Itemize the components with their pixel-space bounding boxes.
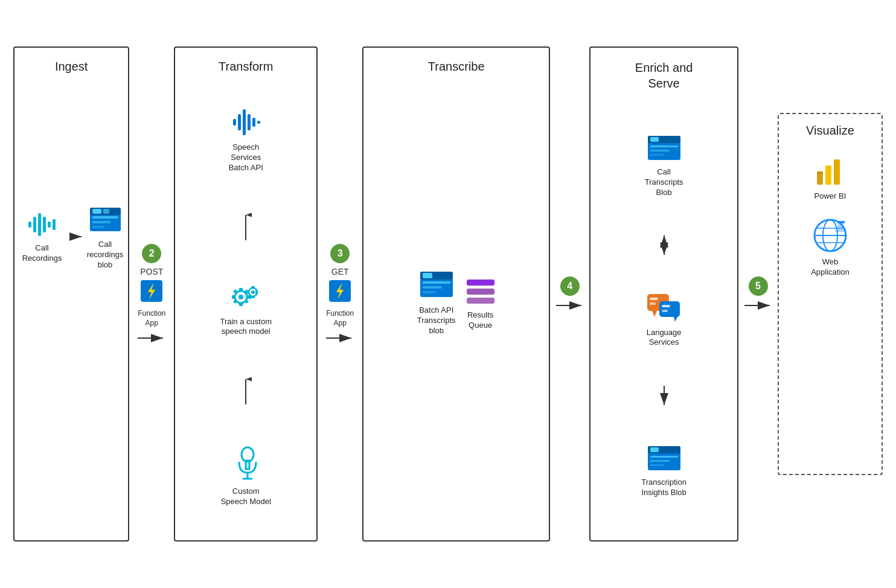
svg-rect-58 xyxy=(467,298,494,304)
ingest-section: Ingest Call Recordings xyxy=(13,46,129,542)
transform-section: Transform Speech Services Batch API xyxy=(174,46,318,542)
speech-services-label: Speech Services Batch API xyxy=(229,142,263,173)
call-recordings-blob-label: Call recordings blob xyxy=(87,240,124,270)
visualize-title: Visualize xyxy=(806,124,854,138)
get-label: GET xyxy=(331,267,349,276)
svg-rect-29 xyxy=(239,302,243,306)
call-recordings-blob-item: Call recordings blob xyxy=(87,203,124,270)
power-bi-icon xyxy=(813,155,846,188)
svg-rect-4 xyxy=(38,213,41,236)
svg-rect-22 xyxy=(248,114,251,130)
svg-rect-70 xyxy=(650,298,658,300)
transcription-insights-item: Transcription Insights Blob xyxy=(641,443,686,498)
architecture-diagram: Ingest Call Recordings xyxy=(13,16,883,572)
post-label: POST xyxy=(140,267,163,276)
arrow-down-2 xyxy=(658,385,670,406)
power-bi-item: Power BI xyxy=(813,155,846,202)
svg-rect-2 xyxy=(28,222,31,228)
svg-rect-84 xyxy=(817,173,823,185)
enrich-section: Enrich and Serve Call Transcripts Blob xyxy=(589,46,738,542)
train-speech-item: Train a custom speech model xyxy=(220,280,272,337)
ingest-title: Ingest xyxy=(55,60,88,74)
svg-rect-20 xyxy=(238,114,241,130)
svg-rect-30 xyxy=(232,295,235,299)
batch-api-blob-item: Batch API Transcripts blob xyxy=(417,267,456,336)
svg-rect-80 xyxy=(650,460,670,462)
svg-rect-86 xyxy=(834,159,840,185)
custom-speech-label: Custom Speech Model xyxy=(221,487,271,507)
call-transcripts-blob-item: Call Transcripts Blob xyxy=(645,132,683,198)
call-transcripts-blob-icon xyxy=(647,132,682,164)
svg-rect-5 xyxy=(43,217,46,232)
svg-rect-72 xyxy=(659,301,680,317)
results-queue-label: Results Queue xyxy=(467,310,493,331)
svg-rect-79 xyxy=(650,456,678,458)
transform-title: Transform xyxy=(219,60,273,74)
arrow-down-1 xyxy=(658,234,670,256)
svg-rect-19 xyxy=(233,119,236,126)
microphone-icon xyxy=(229,444,263,483)
train-speech-label: Train a custom speech model xyxy=(220,317,272,337)
step-3-circle: 3 xyxy=(330,244,350,263)
speech-services-icon xyxy=(229,106,263,139)
svg-rect-28 xyxy=(239,288,243,292)
transcribe-title: Transcribe xyxy=(428,60,485,74)
language-services-item: Language Services xyxy=(646,293,682,348)
svg-point-43 xyxy=(242,447,254,462)
transform-inner: Speech Services Batch API xyxy=(175,78,316,540)
transcription-insights-label: Transcription Insights Blob xyxy=(641,478,686,498)
svg-rect-24 xyxy=(257,121,260,124)
svg-rect-3 xyxy=(33,217,36,232)
web-application-label: Web Application xyxy=(811,257,850,278)
function-app-connector-2-icon xyxy=(329,280,351,302)
svg-rect-63 xyxy=(650,150,670,152)
svg-marker-69 xyxy=(652,311,657,317)
enrich-title: Enrich and Serve xyxy=(635,60,693,91)
function-app-connector-label: Function App xyxy=(132,309,171,328)
svg-rect-57 xyxy=(467,289,494,295)
svg-rect-54 xyxy=(423,291,436,293)
svg-rect-40 xyxy=(247,290,249,294)
power-bi-label: Power BI xyxy=(814,191,846,202)
results-queue-item: Results Queue xyxy=(466,276,496,331)
enrich-inner: Call Transcripts Blob xyxy=(590,96,737,540)
web-application-item: Web Application xyxy=(811,217,850,278)
transcription-insights-icon xyxy=(647,443,682,474)
transcribe-section: Transcribe Batch API Transcripts blob xyxy=(362,46,550,542)
svg-marker-73 xyxy=(674,317,677,322)
connector-1-2: 2 POST Function App xyxy=(129,244,174,344)
svg-rect-82 xyxy=(650,447,659,452)
svg-rect-7 xyxy=(53,219,56,230)
svg-rect-52 xyxy=(423,281,450,284)
connector-arrow-4-5 xyxy=(743,299,773,312)
svg-rect-11 xyxy=(92,216,118,219)
svg-rect-62 xyxy=(650,145,678,147)
function-app-connector-icon xyxy=(141,280,162,302)
step-4-circle: 4 xyxy=(560,276,580,296)
connector-arrow-3-4 xyxy=(555,299,585,312)
svg-rect-39 xyxy=(251,296,255,298)
call-transcripts-blob-label: Call Transcripts Blob xyxy=(645,167,683,198)
step-2-circle: 2 xyxy=(142,244,161,263)
svg-rect-53 xyxy=(423,286,442,289)
svg-rect-14 xyxy=(92,209,101,214)
svg-rect-71 xyxy=(650,302,656,305)
function-app-connector-2-label: Function App xyxy=(326,309,354,328)
gears-icon xyxy=(228,280,264,313)
svg-rect-13 xyxy=(92,226,104,228)
svg-rect-64 xyxy=(650,154,664,156)
connector-3-4: 4 xyxy=(550,276,589,312)
svg-rect-56 xyxy=(467,280,494,286)
arrow-up-to-speech xyxy=(240,211,252,241)
svg-rect-21 xyxy=(243,109,246,135)
svg-rect-87 xyxy=(817,171,823,174)
svg-rect-15 xyxy=(103,209,109,214)
svg-rect-38 xyxy=(251,286,255,289)
language-services-icon xyxy=(646,293,682,324)
svg-rect-74 xyxy=(662,305,670,307)
svg-rect-6 xyxy=(48,222,51,228)
svg-point-37 xyxy=(251,290,255,294)
arrow-up-to-gear xyxy=(240,375,252,406)
batch-api-blob-label: Batch API Transcripts blob xyxy=(417,305,456,336)
svg-rect-23 xyxy=(252,118,255,127)
